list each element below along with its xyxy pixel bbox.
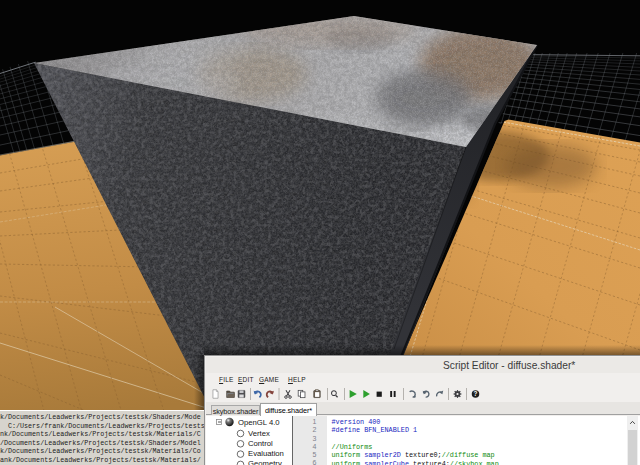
svg-text:?: ? [474,390,478,397]
